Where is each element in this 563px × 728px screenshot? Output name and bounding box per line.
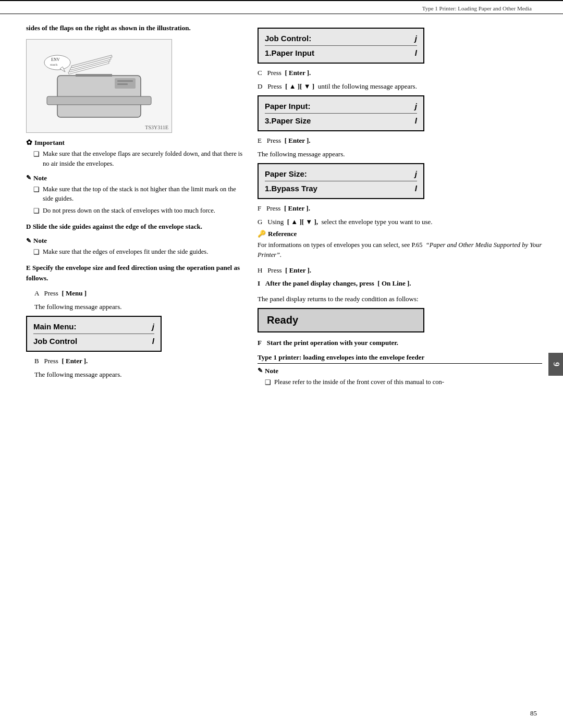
step-b-letter: B: [34, 357, 39, 365]
step-f-right-text: Press: [266, 204, 280, 212]
step-g-right-text: Using: [267, 218, 284, 226]
step-e-right: E Press [ Enter ].: [258, 135, 542, 146]
step-a-letter: A: [34, 289, 39, 297]
note2-body: ❑ Make sure that the edges of envelopes …: [26, 247, 245, 257]
step-d-right-key: [ ▲ ][ ▼ ]: [285, 82, 314, 90]
note3-body: ❑ Please refer to the inside of the fron…: [258, 377, 542, 388]
sub-step-b: B Press [ Enter ].: [26, 356, 245, 366]
following-msg-1: The following message appears.: [26, 302, 245, 312]
step-e-right-text: Press: [267, 137, 281, 144]
step-g-right-text2: select the envelope type you want to use…: [322, 218, 433, 226]
note2-box: ✎ Note ❑ Make sure that the edges of env…: [26, 237, 245, 257]
reference-box: 🔑 Reference For informations on types of…: [258, 230, 542, 260]
step-e-right-letter: E: [258, 137, 262, 144]
note3-box: ✎ Note ❑ Please refer to the inside of t…: [258, 367, 542, 388]
lcd1-line2: Job Control l: [33, 336, 154, 347]
step-d-right-text2: until the following message appears.: [318, 82, 417, 90]
lcd-display-3: Paper Input: j 3.Paper Size l: [258, 95, 424, 131]
lcd-display-4: Paper Size: j 1.Bypass Tray l: [258, 163, 424, 199]
reference-title: 🔑 Reference: [258, 230, 542, 238]
note1-icon: ✎: [26, 174, 31, 182]
step-a-text: Press: [44, 289, 58, 297]
header-title: Type 1 Printer: Loading Paper and Other …: [422, 5, 532, 11]
reference-body: For informations on types of envelopes y…: [258, 240, 542, 260]
step-g-right: G Using [ ▲ ][ ▼ ], select the envelope …: [258, 217, 542, 227]
svg-rect-8: [117, 80, 133, 82]
bullet-sym: ❑: [33, 206, 40, 216]
step-h-right-text: Press: [267, 266, 282, 274]
step-c-letter: C: [258, 69, 262, 77]
sub-step-a: A Press [ Menu ]: [26, 288, 245, 299]
ready-text: Ready: [267, 314, 298, 326]
step-g-right-key: [ ▲ ][ ▼ ],: [287, 218, 318, 226]
step-c-text: Press: [267, 69, 281, 77]
bullet-sym: ❑: [33, 248, 40, 257]
note1-box: ✎ Note ❑ Make sure that the top of the s…: [26, 174, 245, 216]
svg-rect-1: [47, 96, 151, 105]
svg-rect-6: [76, 74, 112, 77]
illustration-label: TS3Y311E: [145, 125, 168, 130]
reference-icon: 🔑: [258, 230, 266, 238]
important-body: ❑ Make sure that the envelope flaps are …: [26, 149, 245, 169]
step-f-right-key: [ Enter ].: [284, 204, 310, 212]
page-number: 85: [530, 709, 537, 718]
note2-icon: ✎: [26, 237, 31, 245]
svg-text:ENV: ENV: [51, 57, 60, 62]
lcd2-line1: Job Control: j: [265, 33, 417, 44]
ready-display: Ready: [258, 308, 424, 332]
step-f-right: F Press [ Enter ].: [258, 203, 542, 214]
note1-body: ❑ Make sure that the top of the stack is…: [26, 184, 245, 216]
step-i-right: I After the panel display changes, press…: [258, 278, 542, 289]
main-content: sides of the flaps on the right as shown…: [0, 14, 563, 402]
list-item: ❑ Make sure that the envelope flaps are …: [33, 149, 245, 169]
step-c-key: [ Enter ].: [285, 69, 311, 77]
important-box: ✿ Important ❑ Make sure that the envelop…: [26, 138, 245, 169]
intro-text: sides of the flaps on the right as shown…: [26, 23, 245, 33]
list-item: ❑ Please refer to the inside of the fron…: [265, 377, 542, 388]
following-msg-2: The following message appears.: [26, 369, 245, 380]
lcd4-line1: Paper Size: j: [265, 168, 417, 179]
page-container: Type 1 Printer: Loading Paper and Other …: [0, 0, 563, 728]
step-d-right-text: Press: [267, 82, 282, 90]
step-e-right-key: [ Enter ].: [285, 137, 311, 144]
svg-rect-9: [117, 83, 128, 85]
step-e-left: E Specify the envelope size and feed dir…: [26, 263, 245, 283]
lcd2-line2: 1.Paper Input l: [265, 47, 417, 58]
step-f-right-letter: F: [258, 204, 261, 212]
step-h-right-key: [ Enter ].: [285, 266, 311, 274]
step-h-right: H Press [ Enter ].: [258, 265, 542, 276]
step-h-right-letter: H: [258, 266, 262, 274]
note2-title: ✎ Note: [26, 237, 245, 245]
left-column: sides of the flaps on the right as shown…: [26, 23, 245, 392]
lcd1-line1: Main Menu: j: [33, 321, 154, 332]
following-msg-3: The following message appears.: [258, 149, 542, 159]
lcd4-line2: 1.Bypass Tray l: [265, 183, 417, 194]
bullet-sym: ❑: [265, 378, 271, 388]
important-icon: ✿: [26, 138, 32, 147]
list-item: ❑ Do not press down on the stack of enve…: [33, 206, 245, 216]
step-b-key: [ Enter ].: [62, 357, 88, 365]
step-b-text: Press: [44, 357, 58, 365]
page-header: Type 1 Printer: Loading Paper and Other …: [0, 1, 563, 14]
list-item: ❑ Make sure that the edges of envelopes …: [33, 247, 245, 257]
note3-icon: ✎: [258, 367, 263, 375]
printer-svg: ENV stack: [36, 47, 162, 125]
right-column: Job Control: j 1.Paper Input l C Press […: [258, 23, 542, 392]
note1-title: ✎ Note: [26, 174, 245, 182]
step-a-key: [ Menu ]: [62, 289, 87, 297]
bullet-sym: ❑: [33, 150, 40, 169]
step-d-right: D Press [ ▲ ][ ▼ ] until the following m…: [258, 81, 542, 92]
list-item: ❑ Make sure that the top of the stack is…: [33, 184, 245, 204]
step-f-main: F Start the print operation with your co…: [258, 338, 542, 348]
panel-display-text: The panel display returns to the ready c…: [258, 294, 542, 304]
section-heading: Type 1 printer: loading envelopes into t…: [258, 353, 542, 364]
tab-marker: 9: [548, 353, 563, 376]
note3-title: ✎ Note: [258, 367, 542, 375]
printer-illustration: ENV stack TS3Y311E: [26, 39, 172, 133]
lcd-display-1: Main Menu: j Job Control l: [26, 316, 162, 352]
step-c-right: C Press [ Enter ].: [258, 68, 542, 78]
important-title: ✿ Important: [26, 138, 245, 147]
lcd3-line1: Paper Input: j: [265, 101, 417, 112]
bullet-sym: ❑: [33, 185, 40, 204]
svg-text:stack: stack: [50, 63, 58, 67]
